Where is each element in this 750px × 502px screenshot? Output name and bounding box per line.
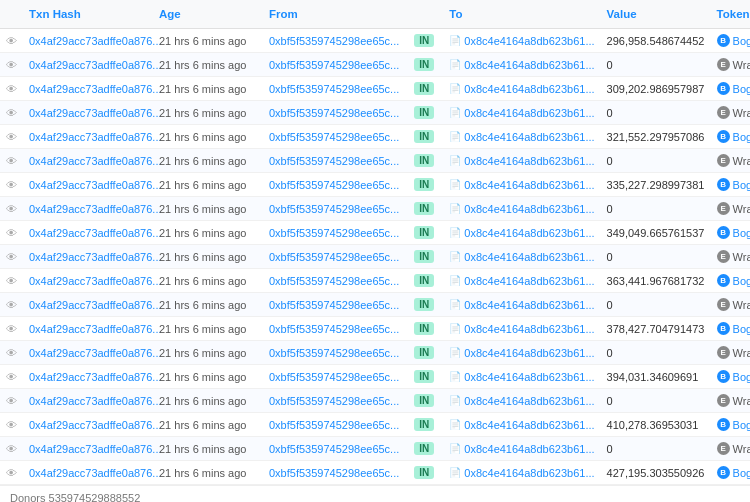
eye-icon[interactable]: 👁	[6, 443, 17, 455]
to-address-link[interactable]: 0x8c4e4164a8db623b61...	[464, 155, 594, 167]
txn-hash-link[interactable]: 0x4af29acc73adffe0a876...	[29, 227, 162, 239]
from-address-link[interactable]: 0xbf5f5359745298ee65c...	[269, 203, 399, 215]
to-address-link[interactable]: 0x8c4e4164a8db623b61...	[464, 35, 594, 47]
from-address-link[interactable]: 0xbf5f5359745298ee65c...	[269, 83, 399, 95]
txn-hash-link[interactable]: 0x4af29acc73adffe0a876...	[29, 347, 162, 359]
col-header-to[interactable]: To	[443, 0, 600, 29]
txn-hash-link[interactable]: 0x4af29acc73adffe0a876...	[29, 371, 162, 383]
txn-hash-link[interactable]: 0x4af29acc73adffe0a876...	[29, 251, 162, 263]
to-address-link[interactable]: 0x8c4e4164a8db623b61...	[464, 395, 594, 407]
txn-hash-link[interactable]: 0x4af29acc73adffe0a876...	[29, 155, 162, 167]
from-address-link[interactable]: 0xbf5f5359745298ee65c...	[269, 227, 399, 239]
eye-icon[interactable]: 👁	[6, 59, 17, 71]
from-address-link[interactable]: 0xbf5f5359745298ee65c...	[269, 443, 399, 455]
txn-hash-link[interactable]: 0x4af29acc73adffe0a876...	[29, 467, 162, 479]
col-header-age[interactable]: Age	[153, 0, 263, 29]
txn-hash-link[interactable]: 0x4af29acc73adffe0a876...	[29, 275, 162, 287]
token-link[interactable]: Wrapped Ethe... (WETH)	[733, 203, 750, 215]
eye-icon[interactable]: 👁	[6, 203, 17, 215]
token-link[interactable]: Boge (BOGE)	[733, 419, 750, 431]
to-address-link[interactable]: 0x8c4e4164a8db623b61...	[464, 203, 594, 215]
txn-hash-link[interactable]: 0x4af29acc73adffe0a876...	[29, 299, 162, 311]
token-link[interactable]: Boge (BOGE)	[733, 83, 750, 95]
txn-hash-link[interactable]: 0x4af29acc73adffe0a876...	[29, 203, 162, 215]
to-address-link[interactable]: 0x8c4e4164a8db623b61...	[464, 323, 594, 335]
token-link[interactable]: Boge (BOGE)	[733, 275, 750, 287]
to-address-link[interactable]: 0x8c4e4164a8db623b61...	[464, 275, 594, 287]
txn-hash-link[interactable]: 0x4af29acc73adffe0a876...	[29, 59, 162, 71]
to-address-link[interactable]: 0x8c4e4164a8db623b61...	[464, 179, 594, 191]
txn-hash-link[interactable]: 0x4af29acc73adffe0a876...	[29, 35, 162, 47]
token-link[interactable]: Boge (BOGE)	[733, 467, 750, 479]
txn-hash-link[interactable]: 0x4af29acc73adffe0a876...	[29, 443, 162, 455]
token-link[interactable]: Boge (BOGE)	[733, 227, 750, 239]
to-address-link[interactable]: 0x8c4e4164a8db623b61...	[464, 59, 594, 71]
to-address-link[interactable]: 0x8c4e4164a8db623b61...	[464, 371, 594, 383]
token-link[interactable]: Boge (BOGE)	[733, 35, 750, 47]
from-address-link[interactable]: 0xbf5f5359745298ee65c...	[269, 299, 399, 311]
from-address-link[interactable]: 0xbf5f5359745298ee65c...	[269, 179, 399, 191]
eye-icon[interactable]: 👁	[6, 395, 17, 407]
col-header-from[interactable]: From	[263, 0, 405, 29]
token-link[interactable]: Boge (BOGE)	[733, 131, 750, 143]
from-address-link[interactable]: 0xbf5f5359745298ee65c...	[269, 35, 399, 47]
to-address-link[interactable]: 0x8c4e4164a8db623b61...	[464, 107, 594, 119]
from-address-link[interactable]: 0xbf5f5359745298ee65c...	[269, 275, 399, 287]
eye-icon[interactable]: 👁	[6, 251, 17, 263]
token-link[interactable]: Wrapped Ethe... (WETH)	[733, 155, 750, 167]
to-address-link[interactable]: 0x8c4e4164a8db623b61...	[464, 83, 594, 95]
from-address-link[interactable]: 0xbf5f5359745298ee65c...	[269, 467, 399, 479]
from-address-link[interactable]: 0xbf5f5359745298ee65c...	[269, 371, 399, 383]
eye-icon[interactable]: 👁	[6, 107, 17, 119]
txn-hash-link[interactable]: 0x4af29acc73adffe0a876...	[29, 395, 162, 407]
from-address-link[interactable]: 0xbf5f5359745298ee65c...	[269, 251, 399, 263]
eye-icon[interactable]: 👁	[6, 419, 17, 431]
token-link[interactable]: Wrapped Ethe... (WETH)	[733, 395, 750, 407]
col-header-txn-hash[interactable]: Txn Hash	[23, 0, 153, 29]
from-address-link[interactable]: 0xbf5f5359745298ee65c...	[269, 395, 399, 407]
token-link[interactable]: Wrapped Ethe... (WETH)	[733, 107, 750, 119]
from-address-link[interactable]: 0xbf5f5359745298ee65c...	[269, 107, 399, 119]
token-link[interactable]: Wrapped Ethe... (WETH)	[733, 443, 750, 455]
to-address-link[interactable]: 0x8c4e4164a8db623b61...	[464, 467, 594, 479]
eye-icon[interactable]: 👁	[6, 371, 17, 383]
to-address-link[interactable]: 0x8c4e4164a8db623b61...	[464, 251, 594, 263]
from-address-link[interactable]: 0xbf5f5359745298ee65c...	[269, 419, 399, 431]
to-address-link[interactable]: 0x8c4e4164a8db623b61...	[464, 131, 594, 143]
from-address-link[interactable]: 0xbf5f5359745298ee65c...	[269, 59, 399, 71]
from-address-link[interactable]: 0xbf5f5359745298ee65c...	[269, 131, 399, 143]
to-address-link[interactable]: 0x8c4e4164a8db623b61...	[464, 443, 594, 455]
eye-icon[interactable]: 👁	[6, 35, 17, 47]
token-link[interactable]: Wrapped Ethe... (WETH)	[733, 299, 750, 311]
to-address-link[interactable]: 0x8c4e4164a8db623b61...	[464, 299, 594, 311]
txn-hash-link[interactable]: 0x4af29acc73adffe0a876...	[29, 419, 162, 431]
eye-icon[interactable]: 👁	[6, 323, 17, 335]
eye-icon[interactable]: 👁	[6, 155, 17, 167]
col-header-token[interactable]: Token	[711, 0, 750, 29]
txn-hash-link[interactable]: 0x4af29acc73adffe0a876...	[29, 179, 162, 191]
eye-icon[interactable]: 👁	[6, 467, 17, 479]
token-link[interactable]: Wrapped Ethe... (WETH)	[733, 347, 750, 359]
token-link[interactable]: Boge (BOGE)	[733, 179, 750, 191]
eye-icon[interactable]: 👁	[6, 227, 17, 239]
to-address-link[interactable]: 0x8c4e4164a8db623b61...	[464, 227, 594, 239]
col-header-value[interactable]: Value	[601, 0, 711, 29]
to-address-link[interactable]: 0x8c4e4164a8db623b61...	[464, 347, 594, 359]
eye-icon[interactable]: 👁	[6, 179, 17, 191]
txn-hash-link[interactable]: 0x4af29acc73adffe0a876...	[29, 323, 162, 335]
txn-hash-link[interactable]: 0x4af29acc73adffe0a876...	[29, 131, 162, 143]
eye-icon[interactable]: 👁	[6, 299, 17, 311]
eye-icon[interactable]: 👁	[6, 131, 17, 143]
token-link[interactable]: Wrapped Ethe... (WETH)	[733, 251, 750, 263]
from-address-link[interactable]: 0xbf5f5359745298ee65c...	[269, 155, 399, 167]
eye-icon[interactable]: 👁	[6, 275, 17, 287]
eye-icon[interactable]: 👁	[6, 347, 17, 359]
token-link[interactable]: Wrapped Ethe... (WETH)	[733, 59, 750, 71]
token-link[interactable]: Boge (BOGE)	[733, 323, 750, 335]
from-address-link[interactable]: 0xbf5f5359745298ee65c...	[269, 323, 399, 335]
eye-icon[interactable]: 👁	[6, 83, 17, 95]
to-address-link[interactable]: 0x8c4e4164a8db623b61...	[464, 419, 594, 431]
from-address-link[interactable]: 0xbf5f5359745298ee65c...	[269, 347, 399, 359]
txn-hash-link[interactable]: 0x4af29acc73adffe0a876...	[29, 83, 162, 95]
token-link[interactable]: Boge (BOGE)	[733, 371, 750, 383]
